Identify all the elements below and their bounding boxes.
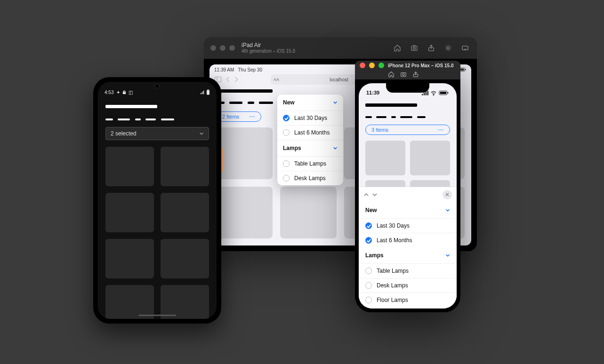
svg-rect-10 [207, 90, 209, 95]
svg-point-19 [433, 95, 434, 95]
items-filter-chip[interactable]: 3 Items ··· [365, 125, 450, 135]
reader-aa-icon[interactable]: AA [274, 77, 279, 82]
product-tile[interactable] [280, 187, 337, 238]
product-tile[interactable] [161, 285, 209, 319]
sheet-option-desk-lamps[interactable]: Desk Lamps [359, 278, 457, 293]
items-filter-chip[interactable]: 2 Items ··· [216, 111, 261, 122]
chevron-down-icon [333, 100, 338, 105]
product-tile[interactable] [161, 239, 209, 278]
product-tile[interactable] [161, 193, 209, 232]
chip-more-icon[interactable]: ··· [250, 114, 255, 119]
popup-option-last30[interactable]: Last 30 Days [277, 111, 343, 125]
product-tile[interactable] [105, 147, 154, 186]
radio-icon [365, 297, 372, 303]
sheet-section-label: Lamps [365, 252, 384, 259]
svg-rect-0 [411, 46, 417, 50]
android-status-time: 4:53 [105, 90, 113, 95]
window-zoom-icon[interactable] [229, 45, 235, 51]
popup-section-new[interactable]: New [277, 95, 343, 111]
svg-rect-8 [465, 69, 466, 70]
android-page-content: 2 selected [98, 97, 217, 319]
product-tile[interactable] [161, 147, 209, 186]
back-icon[interactable] [225, 76, 230, 83]
window-subtitle: 4th generation – iOS 15.0 [242, 48, 295, 54]
product-tile[interactable] [216, 127, 273, 179]
radio-checked-icon [365, 237, 372, 244]
svg-point-1 [413, 47, 416, 49]
filter-bottom-sheet: ✕ New Last 30 Days Last 6 Months Lamps [359, 187, 457, 309]
iphone-status-time: 11:39 [366, 90, 379, 95]
battery-icon [206, 89, 210, 95]
camera-icon [147, 84, 167, 88]
window-close-icon[interactable] [210, 45, 216, 51]
sheet-option-label: Last 6 Months [377, 237, 412, 244]
forward-icon[interactable] [234, 76, 239, 83]
popup-section-label: New [283, 99, 295, 106]
product-tile[interactable] [105, 285, 154, 319]
radio-checked-icon [365, 222, 372, 229]
screenshot-icon[interactable] [400, 71, 407, 78]
svg-rect-17 [426, 92, 427, 95]
sheet-option-table-lamps[interactable]: Table Lamps [359, 263, 457, 278]
window-minimize-icon[interactable] [220, 45, 225, 51]
lock-icon: 🔒︎ [122, 90, 127, 95]
chevron-down-icon [333, 146, 338, 150]
keyboard-icon[interactable] [460, 43, 470, 53]
iphone-screen: 11:39 3 Ite [359, 83, 457, 309]
bookmark-icon: ◫ [129, 90, 133, 95]
window-title: iPad Air [242, 42, 295, 48]
popup-option-table-lamps[interactable]: Table Lamps [277, 156, 343, 171]
close-icon[interactable]: ✕ [443, 190, 452, 199]
sheet-option-label: Desk Lamps [377, 282, 408, 289]
filter-select-label: 2 selected [111, 130, 137, 137]
sheet-section-lamps[interactable]: Lamps [359, 247, 457, 263]
radio-icon [283, 175, 290, 182]
product-tile[interactable] [410, 141, 450, 175]
radio-icon [365, 268, 372, 274]
window-controls[interactable] [360, 63, 384, 68]
screenshot-icon[interactable] [409, 43, 419, 53]
chevron-down-icon[interactable] [372, 192, 378, 198]
android-power-button [221, 148, 223, 172]
iphone-titlebar: iPhone 12 Pro Max – iOS 15.0 [355, 61, 460, 79]
radio-icon [365, 282, 372, 289]
home-icon[interactable] [392, 43, 403, 53]
sheet-option-label: Table Lamps [377, 268, 409, 274]
sheet-option-floor-lamps[interactable]: Floor Lamps [359, 293, 457, 307]
popup-option-label: Table Lamps [294, 160, 326, 167]
brightness-icon[interactable] [443, 43, 453, 53]
sheet-option-last30[interactable]: Last 30 Days [359, 218, 457, 233]
filter-select[interactable]: 2 selected [105, 127, 209, 140]
sheet-option-last6[interactable]: Last 6 Months [359, 233, 457, 247]
product-tile[interactable] [365, 141, 405, 175]
svg-rect-15 [422, 94, 423, 95]
window-close-icon[interactable] [360, 63, 365, 68]
iphone-page-content: 3 Items ··· [359, 96, 457, 190]
items-chip-label: 3 Items [371, 127, 388, 133]
svg-point-13 [403, 74, 404, 76]
home-icon[interactable] [388, 71, 395, 78]
battery-icon [439, 90, 449, 95]
window-controls[interactable] [210, 45, 235, 51]
product-tile[interactable] [105, 193, 154, 232]
share-icon[interactable] [412, 71, 419, 78]
popup-section-lamps[interactable]: Lamps [277, 140, 343, 156]
popup-section-label: Lamps [283, 145, 301, 151]
svg-rect-22 [448, 92, 449, 94]
android-device: 4:53 ✦ 🔒︎ ◫ 2 selected [93, 77, 221, 324]
sheet-section-new[interactable]: New [359, 202, 457, 218]
window-minimize-icon[interactable] [369, 63, 375, 68]
sheet-section-ceiling[interactable]: Ceiling [359, 307, 457, 309]
iphone-simulator-window: iPhone 12 Pro Max – iOS 15.0 11:39 [355, 61, 460, 312]
popup-option-last6[interactable]: Last 6 Months [277, 125, 343, 140]
url-text: localhost [330, 77, 348, 82]
svg-rect-11 [208, 89, 209, 90]
product-tile[interactable] [105, 239, 154, 278]
product-tile[interactable] [216, 187, 273, 238]
page-heading [105, 102, 209, 122]
chip-more-icon[interactable]: ··· [438, 127, 444, 133]
chevron-up-icon[interactable] [363, 192, 369, 198]
window-zoom-icon[interactable] [379, 63, 384, 68]
popup-option-desk-lamps[interactable]: Desk Lamps [277, 171, 343, 185]
share-icon[interactable] [426, 43, 436, 53]
